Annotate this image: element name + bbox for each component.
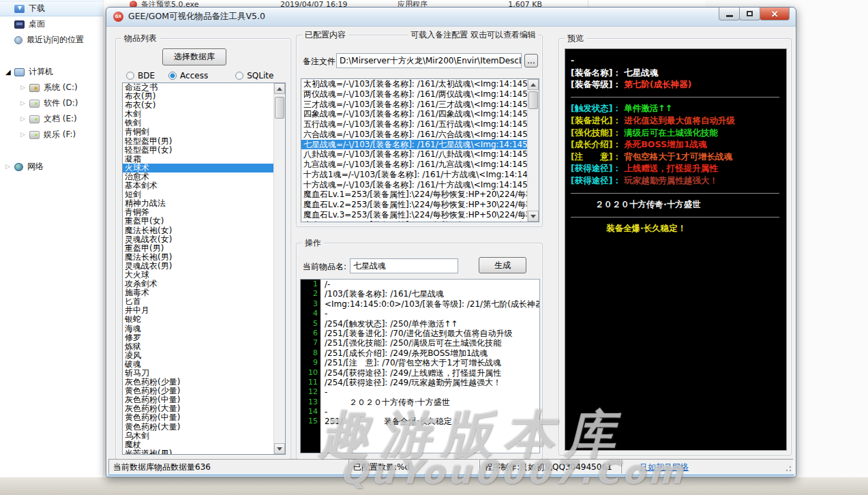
line-number: 12 xyxy=(301,387,318,397)
nav-item[interactable]: 桌面 xyxy=(0,16,103,32)
list-item[interactable]: 魔法长袍(女) xyxy=(123,226,285,235)
configured-entry[interactable]: 十方战魂=/-\/103/[装备名称]: /161/十方战魂\<Img:14:1… xyxy=(301,180,539,190)
list-item[interactable]: 轻型盔甲(女) xyxy=(123,146,285,155)
list-item[interactable]: 光芒道袍(男) xyxy=(123,449,285,455)
item-list-scrollbar[interactable] xyxy=(273,83,285,454)
configured-entry[interactable]: 七星战魂=/-\/103/[装备名称]: /161/七星战魂\<Img:14:1… xyxy=(301,140,539,150)
configured-entry[interactable]: 五行战魂=/-\/103/[装备名称]: /161/五行战魂\<Img:14:1… xyxy=(301,119,539,130)
list-item[interactable]: 重盔甲(男) xyxy=(123,244,285,253)
browse-file-button[interactable]: ... xyxy=(524,54,538,68)
configured-entry[interactable]: 魔血石Lv.3=253/[装备属性]:\224/每秒恢复:HP+50\224/每… xyxy=(301,210,539,220)
configured-entry[interactable]: 魔血石Lv.1=253/[装备属性]:\224/每秒恢复:HP+20\224/每… xyxy=(301,190,539,200)
list-item[interactable]: 火球术 xyxy=(123,164,285,172)
nav-item[interactable]: ▷娱乐 (F:) xyxy=(0,127,103,142)
configured-entry[interactable]: 九宫战魂=/-\/103/[装备名称]: /161/九宫战魂\<Img:14:1… xyxy=(301,160,539,170)
list-item[interactable]: 铁剑 xyxy=(123,119,285,127)
nav-item[interactable]: ▷文档 (E:) xyxy=(0,111,103,127)
configured-entry[interactable]: 八卦战魂=/-\/103/[装备名称]: /161/八卦战魂\<Img:14:1… xyxy=(301,149,539,160)
list-item[interactable]: 精神力战法 xyxy=(123,199,285,208)
configured-entry[interactable]: 三才战魂=/-\/103/[装备名称]: /161/三才战魂\<Img:14:1… xyxy=(301,100,539,110)
radio-access[interactable]: Access xyxy=(168,71,208,80)
item-listbox[interactable]: 命运之书布衣(男)布衣(女)木剑铁剑青铜剑轻型盔甲(男)轻型盔甲(女)凝霜火球术… xyxy=(122,82,286,455)
nav-item[interactable]: ◢计算机 xyxy=(0,64,103,80)
list-item[interactable]: 井中月 xyxy=(123,306,285,315)
list-item[interactable]: 海魂 xyxy=(123,325,285,333)
nav-item[interactable]: 最近访问的位置 xyxy=(0,32,103,48)
list-item[interactable]: 布衣(女) xyxy=(123,101,285,110)
scroll-up-icon[interactable] xyxy=(274,83,285,94)
configured-entry[interactable]: 十方战1魂=/-\/103/[装备名称]: /161/十方战魂\<Img:14:… xyxy=(301,170,539,180)
scrollbar-thumb[interactable] xyxy=(528,91,538,109)
list-item[interactable]: 攻杀剑术 xyxy=(123,280,285,288)
list-item[interactable]: 短剑 xyxy=(123,190,285,199)
list-item[interactable]: 破魂 xyxy=(123,360,285,369)
radio-sqlite[interactable]: SQLite xyxy=(235,71,273,80)
configured-entry[interactable]: 六合战魂=/-\/103/[装备名称]: /161/六合战魂\<Img:14:1… xyxy=(301,130,539,140)
list-item[interactable]: 魔杖 xyxy=(123,440,285,449)
list-item[interactable]: 灰色药粉(大量) xyxy=(123,404,285,413)
list-item[interactable]: 乌木剑 xyxy=(123,432,285,440)
list-item[interactable]: 炼狱 xyxy=(123,342,285,351)
list-item[interactable]: 施毒术 xyxy=(123,288,285,297)
list-item[interactable]: 重盔甲(女) xyxy=(123,217,285,226)
status-link[interactable]: 只如初见网络 xyxy=(640,462,689,472)
list-item[interactable]: 布衣(男) xyxy=(123,92,285,101)
nav-item[interactable]: ▷系统 (C:) xyxy=(0,80,103,95)
list-item[interactable]: 魔法长袍(男) xyxy=(123,253,285,262)
list-item[interactable]: 修罗 xyxy=(123,333,285,342)
nav-item[interactable]: 下载 xyxy=(0,1,103,16)
list-item[interactable]: 匕首 xyxy=(123,297,285,306)
list-item[interactable]: 黄色药粉(中量) xyxy=(123,413,285,422)
select-database-button[interactable]: 选择数据库 xyxy=(162,48,226,65)
tree-collapsed-icon[interactable]: ▷ xyxy=(20,85,29,91)
list-item[interactable]: 命运之书 xyxy=(123,83,285,92)
list-item[interactable]: 轻型盔甲(男) xyxy=(123,137,285,146)
current-item-input[interactable]: 七星战魂 xyxy=(350,258,458,273)
tree-expanded-icon[interactable]: ◢ xyxy=(5,69,14,76)
list-item[interactable]: 治愈术 xyxy=(123,172,285,181)
configured-scrollbar[interactable] xyxy=(527,79,539,222)
list-item[interactable]: 斩马刀 xyxy=(123,369,285,378)
configured-entry[interactable]: 四象战魂=/-\/103/[装备名称]: /161/四象战魂\<Img:14:1… xyxy=(301,109,539,119)
scrollbar-thumb[interactable] xyxy=(275,97,284,119)
resize-grip-icon[interactable] xyxy=(785,465,792,472)
configured-entry[interactable]: 太初战魂=/-\/103/[装备名称]: /161/太初战魂\<Img:14:1… xyxy=(301,79,539,89)
scroll-up-icon[interactable] xyxy=(528,79,539,90)
list-item[interactable]: 基本剑术 xyxy=(123,181,285,190)
list-item[interactable]: 灵魂战衣(女) xyxy=(123,235,285,244)
list-item[interactable]: 灰色药粉(少量) xyxy=(123,378,285,387)
tree-collapsed-icon[interactable]: ▷ xyxy=(5,164,14,170)
list-item[interactable]: 凝霜 xyxy=(123,155,285,164)
tree-collapsed-icon[interactable]: ▷ xyxy=(20,100,29,106)
tree-collapsed-icon[interactable]: ▷ xyxy=(20,132,29,138)
list-item[interactable]: 灵魂战衣(男) xyxy=(123,262,285,271)
configured-entry[interactable]: 魔血石Lv.4=253/[装备属性]:\224/每秒恢复:HP+80\224/每… xyxy=(301,220,539,223)
scroll-down-icon[interactable] xyxy=(528,211,539,222)
preview-text-segment: [获得途径]： xyxy=(571,163,624,173)
configured-entry[interactable]: 魔血石Lv.2=253/[装备属性]:\224/每秒恢复:HP+30\224/每… xyxy=(301,200,539,210)
list-item[interactable]: 黄色药粉(少量) xyxy=(123,387,285,395)
list-item[interactable]: 灰色药粉(中量) xyxy=(123,395,285,404)
remark-file-input[interactable]: D:\Mirserver十方火龙\Mir200\Envir\ItemDescLi… xyxy=(336,53,522,68)
nav-item[interactable]: ▷软件 (D:) xyxy=(0,95,103,111)
nav-item[interactable]: ▷网络 xyxy=(0,159,103,175)
code-editor[interactable]: 1/-2/103/[装备名称]: /161/七星战魂3<Img:14:145:0… xyxy=(300,279,540,453)
minimize-button[interactable] xyxy=(719,7,740,20)
list-item[interactable]: 凌风 xyxy=(123,351,285,360)
list-item[interactable]: 木剑 xyxy=(123,110,285,119)
tree-collapsed-icon[interactable]: ▷ xyxy=(20,116,29,122)
list-item[interactable]: 黄色药粉(大量) xyxy=(123,423,285,432)
maximize-button[interactable] xyxy=(739,7,760,20)
preview-line: [注 意]： 背包空格大于1才可增长战魂 xyxy=(571,151,782,163)
close-button[interactable]: × xyxy=(760,7,790,20)
list-item[interactable]: 青铜斧 xyxy=(123,208,285,217)
configured-entry[interactable]: 两仪战魂=/-\/103/[装备名称]: /161/两仪战魂\<Img:14:1… xyxy=(301,89,539,100)
scroll-down-icon[interactable] xyxy=(274,443,285,454)
preview-text-segment: [装备等级]： xyxy=(571,79,624,89)
list-item[interactable]: 银蛇 xyxy=(123,315,285,324)
generate-button[interactable]: 生成 xyxy=(479,257,526,273)
list-item[interactable]: 大火球 xyxy=(123,271,285,280)
configured-listbox[interactable]: 太初战魂=/-\/103/[装备名称]: /161/太初战魂\<Img:14:1… xyxy=(301,78,539,222)
radio-bde[interactable]: BDE xyxy=(126,71,155,80)
list-item[interactable]: 青铜剑 xyxy=(123,127,285,136)
